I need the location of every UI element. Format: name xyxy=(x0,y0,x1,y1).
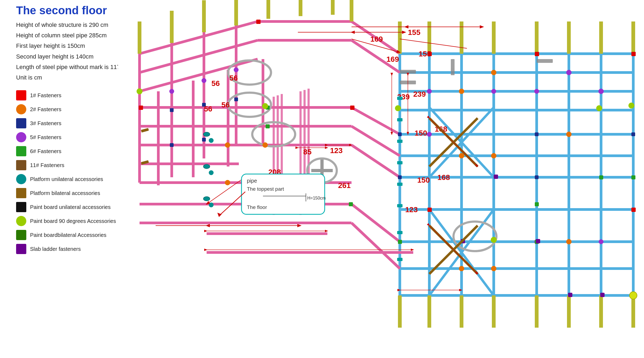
svg-rect-194 xyxy=(397,204,402,207)
svg-point-128 xyxy=(566,132,572,137)
svg-rect-139 xyxy=(631,132,635,136)
svg-rect-197 xyxy=(400,70,416,74)
fastener-6-label: 6# Fasteners xyxy=(30,148,61,155)
fastener-5-icon xyxy=(16,132,26,142)
svg-rect-152 xyxy=(535,202,539,206)
svg-point-141 xyxy=(202,78,206,83)
svg-rect-190 xyxy=(397,118,402,121)
fastener-3-icon xyxy=(16,118,26,128)
svg-rect-134 xyxy=(234,97,238,101)
svg-rect-135 xyxy=(398,132,402,136)
svg-rect-193 xyxy=(397,183,402,186)
paint-board-unilateral-icon xyxy=(16,202,26,212)
platform-bilateral-label: Platform bilateral accessories xyxy=(30,190,100,197)
svg-point-127 xyxy=(491,266,496,271)
fastener-1-icon xyxy=(16,90,26,100)
svg-rect-195 xyxy=(397,231,402,234)
svg-rect-116 xyxy=(535,52,539,56)
svg-point-146 xyxy=(534,89,539,94)
svg-point-123 xyxy=(225,180,230,185)
svg-rect-169 xyxy=(568,293,572,297)
dim-150-bot: 150 xyxy=(417,176,430,184)
dim-155-top: 155 xyxy=(408,28,420,37)
svg-point-211 xyxy=(203,164,210,169)
paint-board-90-label: Paint board 90 degrees Accessories xyxy=(30,218,116,225)
dim-123-bot: 123 xyxy=(405,205,418,214)
svg-point-161 xyxy=(596,105,602,111)
scaffold-diagram: 169 155 169 155 239 239 56 56 56 56 85 1… xyxy=(118,0,644,358)
dim-56-tl: 56 xyxy=(211,79,220,88)
svg-point-157 xyxy=(262,103,268,109)
svg-rect-151 xyxy=(349,202,353,206)
svg-point-140 xyxy=(169,89,174,94)
svg-point-216 xyxy=(491,70,496,75)
fastener-6-icon xyxy=(16,146,26,156)
dim-123-top: 123 xyxy=(330,146,343,155)
svg-point-212 xyxy=(203,197,210,201)
svg-point-215 xyxy=(459,89,464,94)
svg-rect-200 xyxy=(537,59,553,63)
svg-point-145 xyxy=(427,132,432,137)
dim-85: 85 xyxy=(303,148,312,156)
callout-toppest: The toppest part xyxy=(247,186,284,192)
dim-239-right: 239 xyxy=(413,90,426,98)
platform-bilateral-icon xyxy=(16,188,26,198)
dim-155-mid: 155 xyxy=(419,50,431,58)
svg-point-217 xyxy=(598,89,604,94)
svg-rect-170 xyxy=(600,293,605,297)
paint-board-unilateral-label: Paint board unilateral accessories xyxy=(30,204,111,211)
dim-150-top: 150 xyxy=(415,129,427,137)
svg-point-162 xyxy=(628,103,634,109)
svg-point-122 xyxy=(262,142,268,148)
svg-rect-131 xyxy=(170,143,174,147)
svg-point-165 xyxy=(209,202,214,207)
platform-unilateral-icon xyxy=(16,174,26,184)
svg-rect-119 xyxy=(427,208,432,212)
svg-point-148 xyxy=(599,239,603,244)
dim-261: 261 xyxy=(338,181,351,190)
svg-rect-166 xyxy=(494,175,498,179)
svg-rect-192 xyxy=(397,161,402,164)
svg-point-129 xyxy=(566,239,572,244)
dim-56-br: 56 xyxy=(221,101,230,109)
svg-point-210 xyxy=(203,132,210,136)
svg-rect-199 xyxy=(451,59,455,75)
svg-rect-130 xyxy=(170,108,174,112)
fastener-2-label: 2# Fasteners xyxy=(30,106,61,113)
svg-rect-113 xyxy=(256,20,261,24)
svg-rect-136 xyxy=(398,175,402,179)
svg-rect-150 xyxy=(266,124,270,128)
svg-point-143 xyxy=(427,89,432,94)
svg-rect-118 xyxy=(139,106,143,110)
svg-point-142 xyxy=(234,67,239,72)
fastener-3-label: 3# Fasteners xyxy=(30,120,61,127)
platform-unilateral-label: Platform unilateral accessories xyxy=(30,176,103,183)
svg-rect-153 xyxy=(398,240,402,244)
dim-56-bl: 56 xyxy=(204,105,212,113)
svg-rect-117 xyxy=(631,52,636,56)
svg-point-160 xyxy=(491,237,497,243)
paint-board-bilateral-icon xyxy=(16,230,26,240)
svg-point-159 xyxy=(395,105,401,111)
fastener-11-label: 11# Fasteners xyxy=(30,162,64,169)
svg-rect-114 xyxy=(350,106,354,110)
slab-ladder-label: Slab ladder fasteners xyxy=(30,245,81,252)
svg-rect-137 xyxy=(535,132,539,136)
svg-rect-133 xyxy=(202,138,206,142)
svg-rect-155 xyxy=(599,175,603,179)
svg-point-163 xyxy=(209,138,214,143)
svg-rect-196 xyxy=(397,258,402,261)
svg-rect-120 xyxy=(631,208,636,212)
svg-point-126 xyxy=(459,266,464,271)
callout-height: H=150cm xyxy=(307,196,326,200)
fastener-1-label: 1# Fasteners xyxy=(30,92,61,99)
svg-rect-191 xyxy=(397,140,402,143)
fastener-5-label: 5# Fasteners xyxy=(30,134,61,141)
svg-rect-189 xyxy=(397,97,402,100)
paint-board-90-icon xyxy=(16,216,26,226)
svg-point-164 xyxy=(209,170,214,175)
fastener-11-icon xyxy=(16,160,26,170)
svg-point-219 xyxy=(630,292,637,299)
dim-169-mid: 169 xyxy=(386,55,399,63)
callout-floor: The floor xyxy=(247,204,267,210)
